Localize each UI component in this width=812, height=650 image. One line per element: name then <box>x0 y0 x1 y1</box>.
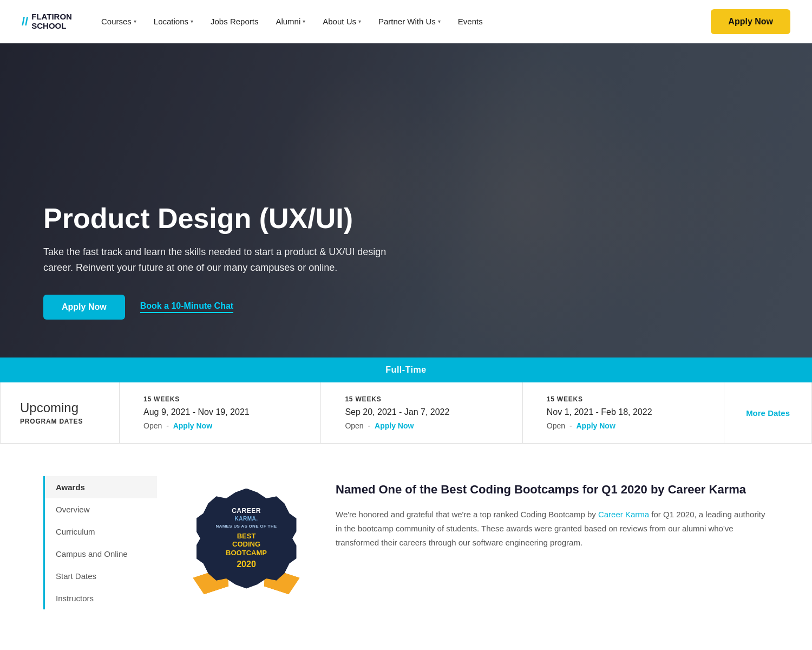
partner-chevron-icon: ▾ <box>438 18 441 24</box>
date-3-separator: - <box>569 421 572 430</box>
sidebar-item-instructors[interactable]: Instructors <box>45 587 157 609</box>
nav-apply-button[interactable]: Apply Now <box>711 9 790 34</box>
about-us-label: About Us <box>323 17 356 26</box>
sidebar-item-start-dates[interactable]: Start Dates <box>45 565 157 587</box>
logo[interactable]: // FLATIRON SCHOOL <box>22 12 72 30</box>
date-slot-2: 15 WEEKS Sep 20, 2021 - Jan 7, 2022 Open… <box>321 382 522 443</box>
hero-section: Product Design (UX/UI) Take the fast tra… <box>0 43 812 358</box>
date-slot-3: 15 WEEKS Nov 1, 2021 - Feb 18, 2022 Open… <box>523 382 724 443</box>
date-3-apply-link[interactable]: Apply Now <box>576 421 615 430</box>
logo-text: FLATIRON SCHOOL <box>31 12 72 30</box>
awards-title: Named One of the Best Coding Bootcamps f… <box>336 482 769 498</box>
date-1-weeks: 15 WEEKS <box>143 395 297 403</box>
more-dates-cell: More Dates <box>724 382 811 443</box>
sidebar: Awards Overview Curriculum Campus and On… <box>43 476 157 609</box>
hero-apply-button[interactable]: Apply Now <box>43 295 125 320</box>
dates-row: Upcoming PROGRAM DATES 15 WEEKS Aug 9, 2… <box>0 382 812 444</box>
upcoming-label: Upcoming <box>20 400 100 415</box>
hero-subtitle: Take the fast track and learn the skills… <box>43 244 390 276</box>
badge-best-text: BEST CODING BOOTCAMP <box>226 532 267 557</box>
career-karma-link[interactable]: Career Karma <box>598 510 649 519</box>
date-slot-1: 15 WEEKS Aug 9, 2021 - Nov 19, 2021 Open… <box>120 382 321 443</box>
date-1-range: Aug 9, 2021 - Nov 19, 2021 <box>143 407 297 417</box>
courses-label: Courses <box>101 17 132 26</box>
alumni-chevron-icon: ▾ <box>303 18 305 24</box>
navbar: // FLATIRON SCHOOL Courses ▾ Locations ▾… <box>0 0 812 43</box>
awards-section: Awards Overview Curriculum Campus and On… <box>0 444 812 642</box>
date-1-status-row: Open - Apply Now <box>143 421 297 430</box>
awards-body: We're honored and grateful that we're a … <box>336 508 769 550</box>
date-1-apply-link[interactable]: Apply Now <box>173 421 212 430</box>
more-dates-link[interactable]: More Dates <box>746 408 790 418</box>
nav-item-jobs-reports[interactable]: Jobs Reports <box>203 12 266 30</box>
date-3-weeks: 15 WEEKS <box>547 395 700 403</box>
date-2-range: Sep 20, 2021 - Jan 7, 2022 <box>345 407 498 417</box>
alumni-label: Alumni <box>276 17 300 26</box>
nav-item-alumni[interactable]: Alumni ▾ <box>268 12 313 30</box>
sidebar-item-awards[interactable]: Awards <box>45 476 157 498</box>
hero-title: Product Design (UX/UI) <box>43 203 390 234</box>
program-section: Full-Time Upcoming PROGRAM DATES 15 WEEK… <box>0 358 812 444</box>
fulltime-bar: Full-Time <box>0 358 812 382</box>
sidebar-item-overview[interactable]: Overview <box>45 498 157 521</box>
jobs-reports-label: Jobs Reports <box>211 17 258 26</box>
nav-item-events[interactable]: Events <box>450 12 490 30</box>
date-2-apply-link[interactable]: Apply Now <box>375 421 414 430</box>
locations-label: Locations <box>154 17 188 26</box>
nav-links: Courses ▾ Locations ▾ Jobs Reports Alumn… <box>94 12 711 30</box>
awards-text-area: Named One of the Best Coding Bootcamps f… <box>336 476 769 550</box>
date-2-status-row: Open - Apply Now <box>345 421 498 430</box>
nav-item-locations[interactable]: Locations ▾ <box>146 12 201 30</box>
awards-body-part1: We're honored and grateful that we're a … <box>336 510 598 519</box>
date-2-status: Open <box>345 421 363 430</box>
date-1-separator: - <box>166 421 169 430</box>
hero-content: Product Design (UX/UI) Take the fast tra… <box>0 43 433 358</box>
partner-label: Partner With Us <box>378 17 436 26</box>
sidebar-item-curriculum[interactable]: Curriculum <box>45 521 157 543</box>
events-label: Events <box>458 17 483 26</box>
hero-cta-row: Apply Now Book a 10-Minute Chat <box>43 295 390 320</box>
badge-shape: CAREERKARMA. NAMES US AS ONE OF THE BEST… <box>197 489 297 589</box>
nav-item-courses[interactable]: Courses ▾ <box>94 12 144 30</box>
badge-year-text: 2020 <box>237 560 256 569</box>
date-3-range: Nov 1, 2021 - Feb 18, 2022 <box>547 407 700 417</box>
date-3-status-row: Open - Apply Now <box>547 421 700 430</box>
sidebar-item-campus-online[interactable]: Campus and Online <box>45 543 157 565</box>
badge-logo-text: CAREERKARMA. <box>232 508 261 522</box>
logo-slashes: // <box>22 15 28 29</box>
locations-chevron-icon: ▾ <box>191 18 193 24</box>
nav-item-about-us[interactable]: About Us ▾ <box>315 12 369 30</box>
date-3-status: Open <box>547 421 565 430</box>
dates-label-cell: Upcoming PROGRAM DATES <box>1 382 120 443</box>
nav-item-partner[interactable]: Partner With Us ▾ <box>371 12 448 30</box>
date-2-separator: - <box>368 421 371 430</box>
date-1-status: Open <box>143 421 162 430</box>
hero-chat-link[interactable]: Book a 10-Minute Chat <box>140 301 233 313</box>
program-dates-sublabel: PROGRAM DATES <box>20 418 100 425</box>
courses-chevron-icon: ▾ <box>134 18 136 24</box>
date-2-weeks: 15 WEEKS <box>345 395 498 403</box>
about-us-chevron-icon: ▾ <box>358 18 361 24</box>
badge-names-text: NAMES US AS ONE OF THE <box>216 524 277 529</box>
badge-wrapper: CAREERKARMA. NAMES US AS ONE OF THE BEST… <box>189 476 303 601</box>
